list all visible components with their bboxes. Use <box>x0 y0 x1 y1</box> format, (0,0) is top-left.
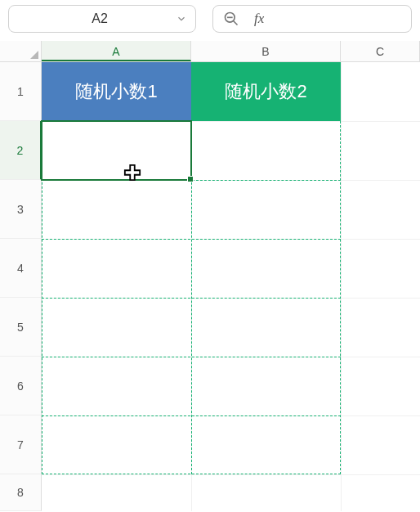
select-all-triangle-icon <box>30 51 38 59</box>
chevron-down-icon <box>176 13 187 25</box>
fill-handle[interactable] <box>187 176 194 182</box>
column-header-a[interactable]: A <box>42 41 191 61</box>
row-header-5[interactable]: 5 <box>0 298 42 357</box>
column-headers: A B C <box>0 41 420 62</box>
row-header-8[interactable]: 8 <box>0 474 42 511</box>
row-header-2[interactable]: 2 <box>0 121 42 180</box>
row-headers: 1 2 3 4 5 6 7 8 <box>0 62 42 511</box>
row-header-7[interactable]: 7 <box>0 415 42 474</box>
zoom-out-icon[interactable] <box>223 11 239 27</box>
table-dashed-border <box>42 121 341 474</box>
cell-cursor-icon <box>123 164 141 182</box>
gridlines <box>42 62 420 511</box>
cells-area[interactable]: 随机小数1 随机小数2 <box>42 62 420 511</box>
cell-a1[interactable]: 随机小数1 <box>42 62 191 121</box>
row-header-1[interactable]: 1 <box>0 62 42 121</box>
column-header-b[interactable]: B <box>191 41 341 61</box>
column-header-c[interactable]: C <box>341 41 420 61</box>
select-all-corner[interactable] <box>0 41 42 61</box>
name-box-value: A2 <box>24 11 176 26</box>
name-box[interactable]: A2 <box>8 5 196 33</box>
formula-bar: A2 fx <box>0 0 420 41</box>
formula-input-wrap[interactable]: fx <box>212 5 412 33</box>
cell-b1[interactable]: 随机小数2 <box>191 62 341 121</box>
active-cell-outline <box>41 120 192 181</box>
svg-line-2 <box>234 21 238 25</box>
spreadsheet-grid: A B C 1 2 3 4 5 6 7 8 <box>0 41 420 511</box>
row-header-3[interactable]: 3 <box>0 180 42 239</box>
row-header-4[interactable]: 4 <box>0 239 42 298</box>
fx-icon[interactable]: fx <box>254 11 264 27</box>
row-header-6[interactable]: 6 <box>0 357 42 415</box>
grid-body: 1 2 3 4 5 6 7 8 随机小数1 随机小数2 <box>0 62 420 511</box>
